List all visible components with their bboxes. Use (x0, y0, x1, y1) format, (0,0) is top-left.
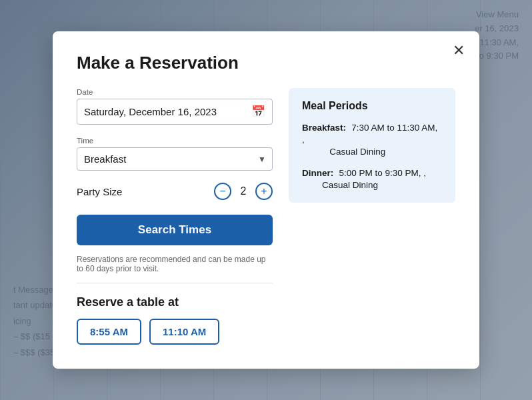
info-text: Reservations are recommended and can be … (77, 255, 273, 283)
reservation-modal: ✕ Make a Reservation Date Saturday, Dece… (53, 31, 479, 369)
close-button[interactable]: ✕ (453, 43, 465, 58)
party-size-value: 2 (238, 185, 249, 197)
party-size-controls: − 2 + (214, 183, 273, 200)
calendar-icon: 📅 (251, 105, 265, 119)
meal-periods-title: Meal Periods (302, 100, 442, 112)
time-label: Time (77, 137, 273, 145)
date-value: Saturday, December 16, 2023 (84, 106, 217, 117)
search-times-button[interactable]: Search Times (77, 215, 273, 245)
meal-period-breakfast: Breakfast: 7:30 AM to 11:30 AM, , Casual… (302, 121, 442, 157)
time-slot-0[interactable]: 8:55 AM (77, 319, 141, 345)
date-field[interactable]: Saturday, December 16, 2023 📅 (77, 99, 273, 125)
time-slot-1[interactable]: 11:10 AM (149, 319, 219, 345)
modal-body: Date Saturday, December 16, 2023 📅 Time … (77, 88, 455, 345)
time-select[interactable]: Breakfast Dinner (77, 147, 273, 171)
meal-periods-panel: Meal Periods Breakfast: 7:30 AM to 11:30… (289, 88, 455, 203)
meal-period-dinner: Dinner: 5:00 PM to 9:30 PM, , Casual Din… (302, 167, 442, 191)
reserve-title: Reserve a table at (77, 295, 273, 309)
decrement-button[interactable]: − (214, 183, 231, 200)
modal-left-column: Date Saturday, December 16, 2023 📅 Time … (77, 88, 273, 345)
breakfast-label: Breakfast: (302, 123, 346, 133)
time-select-wrapper: Breakfast Dinner ▼ (77, 147, 273, 171)
dinner-label: Dinner: (302, 168, 333, 178)
party-size-row: Party Size − 2 + (77, 183, 273, 200)
date-label: Date (77, 88, 273, 96)
modal-title: Make a Reservation (77, 53, 455, 73)
time-slots-container: 8:55 AM 11:10 AM (77, 319, 273, 345)
increment-button[interactable]: + (255, 183, 273, 200)
modal-overlay: ✕ Make a Reservation Date Saturday, Dece… (0, 0, 532, 400)
party-size-label: Party Size (77, 186, 214, 197)
